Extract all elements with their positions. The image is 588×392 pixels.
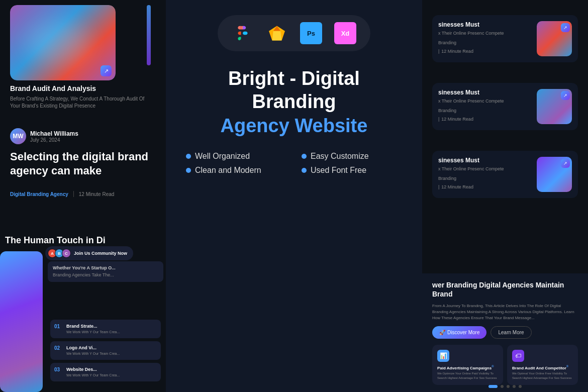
article-headline: Selecting the digital brand agency can m… xyxy=(10,150,156,177)
right-img-1-badge: ↗ xyxy=(561,23,570,32)
right-card-2: sinesses Must x Their Online Presenc Com… xyxy=(432,83,578,130)
right-discover-label: Discover More xyxy=(447,330,479,335)
right-card-2-readtime: | 12 Minute Read xyxy=(438,117,532,122)
article-tags: Digital Branding Agency 12 Minute Read xyxy=(10,191,114,197)
dot-5[interactable] xyxy=(519,385,522,388)
small-cards-row: 📊 Paid Advertising Campaigns® We Optimiz… xyxy=(432,345,578,385)
paid-ads-sup: ® xyxy=(492,365,494,368)
left-card-title: Brand Audit And Analysis xyxy=(10,84,156,92)
brand-audit-desc: We Optimal Your Online Free Visibility T… xyxy=(512,371,573,380)
dot-3[interactable] xyxy=(507,385,510,388)
feature-item-3: Clean and Modern xyxy=(186,166,286,175)
feature-item-4: Used Font Free xyxy=(302,166,402,175)
feature-dot-2 xyxy=(302,154,307,159)
right-card-3-desc-2: Branding xyxy=(438,175,532,182)
feature-dot-3 xyxy=(186,168,191,173)
brand-audit-icon: 🏷 xyxy=(512,350,524,362)
feature-label-2: Easy Customize xyxy=(311,152,369,161)
photoshop-icon: Ps xyxy=(300,22,322,44)
left-text-block: Brand Audit And Analysis Before Crafting… xyxy=(10,84,156,110)
right-discover-btn[interactable]: 🚀 Discover More xyxy=(432,326,486,339)
feature-item-1: Well Organized xyxy=(186,152,286,161)
right-learn-label: Learn More xyxy=(498,330,524,335)
right-card-3-desc-1: x Their Online Presenc Compete xyxy=(438,166,532,172)
brand-audit-sup: ® xyxy=(566,365,568,368)
pagination-dots xyxy=(488,385,522,388)
article-item-3[interactable]: 03 Website Des... We Work With Y Our Tea… xyxy=(50,363,161,381)
dot-2[interactable] xyxy=(501,385,504,388)
left-big-gradient xyxy=(0,251,43,392)
right-card-3-readtime: | 12 Minute Read xyxy=(438,184,532,189)
startup-title: Whether You're A Startup O... xyxy=(53,265,158,271)
xd-icon: Xd xyxy=(334,22,356,44)
dot-1[interactable] xyxy=(488,385,498,388)
article-item-title-3: Website Des... xyxy=(66,367,120,372)
paid-ads-title: Paid Advertising Campaigns® xyxy=(437,365,498,370)
left-panel: ↗ Brand Audit And Analysis Before Crafti… xyxy=(0,0,166,392)
community-avatars: A B C xyxy=(48,249,71,258)
divider xyxy=(73,191,74,197)
article-item-2[interactable]: 02 Logo And Vi... We Work With Y Our Tea… xyxy=(50,341,161,360)
paid-ads-icon: 📊 xyxy=(437,350,449,362)
article-tag[interactable]: Digital Branding Agency xyxy=(10,191,68,197)
feature-label-3: Clean and Modern xyxy=(195,166,261,175)
article-item-text-3: Website Des... We Work With Y Our Team C… xyxy=(66,367,120,377)
tool-icons-bar: Ps Xd xyxy=(218,15,370,51)
gradient-image-1 xyxy=(10,5,116,80)
community-text: Join Us Community Now xyxy=(74,251,127,256)
right-card-2-desc-1: x Their Online Presenc Compete xyxy=(438,98,532,105)
author-info: Michael Williams July 26, 2024 xyxy=(30,130,78,143)
figma-icon xyxy=(232,22,254,44)
right-learn-btn[interactable]: Learn More xyxy=(491,326,531,339)
right-card-1-desc-2: Branding xyxy=(438,40,532,46)
center-subtitle: Agency Website xyxy=(221,115,368,137)
right-card-1-text: sinesses Must x Their Online Presenc Com… xyxy=(438,21,532,54)
right-img-2-badge: ↗ xyxy=(561,91,570,100)
right-card-3: sinesses Must x Their Online Presenc Com… xyxy=(432,151,578,198)
right-card-3-img: ↗ xyxy=(537,157,572,192)
article-item-1[interactable]: 01 Brand Strate... We Work With Y Our Te… xyxy=(50,320,161,338)
community-pill[interactable]: A B C Join Us Community Now xyxy=(45,246,133,260)
read-time: 12 Minute Read xyxy=(79,191,115,197)
feature-label-1: Well Organized xyxy=(195,152,250,161)
avatar-3: C xyxy=(62,249,71,258)
features-grid: Well Organized Easy Customize Clean and … xyxy=(186,152,402,175)
brand-audit-title: Brand Audit And Competitor® xyxy=(512,365,573,370)
right-card-1-desc-1: x Their Online Presenc Compete xyxy=(438,30,532,37)
center-title: Bright - Digital Branding xyxy=(186,67,402,113)
feature-dot-4 xyxy=(302,168,307,173)
right-card-3-title: sinesses Must xyxy=(438,157,532,164)
dot-4[interactable] xyxy=(513,385,516,388)
article-list: 01 Brand Strate... We Work With Y Our Te… xyxy=(50,320,161,384)
article-item-title-1: Brand Strate... xyxy=(66,324,120,329)
article-item-title-2: Logo And Vi... xyxy=(66,345,120,350)
right-img-3-badge: ↗ xyxy=(561,159,570,168)
left-card-desc: Before Crafting A Strategy, We Conduct A… xyxy=(10,95,156,110)
right-card-1-readtime: | 12 Minute Read xyxy=(438,49,532,54)
right-card-1: sinesses Must x Their Online Presenc Com… xyxy=(432,15,578,62)
gradient-fill xyxy=(0,251,43,392)
right-large-header: wer Branding Digital Agencies Maintain B… xyxy=(432,280,578,299)
ps-label: Ps xyxy=(307,30,315,37)
author-row: MW Michael Williams July 26, 2024 xyxy=(10,128,78,144)
sketch-icon xyxy=(266,22,288,44)
right-large-desc: From A Journey To Branding, This Article… xyxy=(432,303,578,321)
xd-label: Xd xyxy=(341,30,350,37)
article-item-desc-2: We Work With Y Our Team Crea... xyxy=(66,351,120,356)
right-panel: sinesses Must x Their Online Presenc Com… xyxy=(422,0,588,392)
right-card-1-title: sinesses Must xyxy=(438,21,532,28)
left-bottom-title: The Human Touch in Di xyxy=(5,235,166,246)
startup-desc: Branding Agencies Take The... xyxy=(53,272,158,278)
author-date: July 26, 2024 xyxy=(30,137,78,143)
link-badge-icon[interactable]: ↗ xyxy=(101,65,112,76)
article-item-desc-3: We Work With Y Our Team Crea... xyxy=(66,373,120,377)
right-card-2-img: ↗ xyxy=(537,89,572,124)
right-large-title: wer Branding Digital Agencies Maintain B… xyxy=(432,280,578,299)
center-panel: Ps Xd Bright - Digital Branding Agency W… xyxy=(166,0,422,392)
right-card-1-img: ↗ xyxy=(537,21,572,56)
brand-audit-card: 🏷 Brand Audit And Competitor® We Optimal… xyxy=(507,345,578,385)
article-num-3: 03 xyxy=(54,367,62,372)
right-card-2-text: sinesses Must x Their Online Presenc Com… xyxy=(438,89,532,122)
paid-advertising-card: 📊 Paid Advertising Campaigns® We Optimiz… xyxy=(432,345,503,385)
startup-bar: Whether You're A Startup O... Branding A… xyxy=(48,261,163,282)
